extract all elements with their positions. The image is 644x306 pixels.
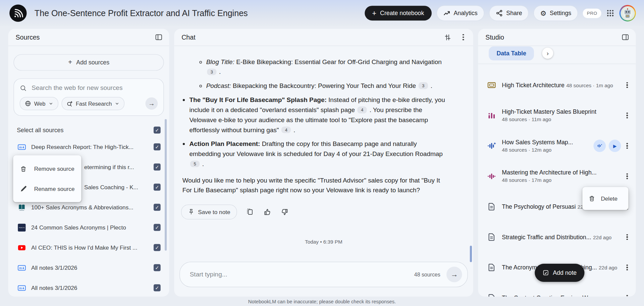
save-to-note-button[interactable]: Save to note <box>181 205 237 219</box>
source-context-menu: Remove source Rename source <box>13 155 81 202</box>
studio-item[interactable]: High-Ticket Mastery Sales Blueprint 48 s… <box>478 100 636 131</box>
chevron-down-icon <box>48 101 53 106</box>
chat-message-area: Blog Title: E-Bike Bikepacking: Essentia… <box>174 46 473 297</box>
gear-icon: ⚙ <box>540 10 547 17</box>
assistant-bullets: The "Buy It For Life Basecamp" Splash Pa… <box>182 95 445 169</box>
source-row[interactable]: PLECTO 24 Common Sales Acronyms | Plecto… <box>13 217 164 238</box>
assistant-closing-question: Would you like me to help you write the … <box>182 175 445 196</box>
share-button[interactable]: Share <box>489 5 529 21</box>
notebooklm-logo-icon[interactable] <box>9 4 27 22</box>
delete-menu-item[interactable]: Delete <box>582 190 628 207</box>
settings-button[interactable]: ⚙ Settings <box>534 5 578 21</box>
sources-scrollbar-thumb[interactable] <box>165 119 167 251</box>
list-item: Blog Title: E-Bike Bikepacking: Essentia… <box>206 57 445 77</box>
chat-input[interactable]: Start typing... 48 sources → <box>179 262 468 287</box>
chat-scrollbar-thumb[interactable] <box>470 246 472 262</box>
svg-text:m: m <box>19 286 22 290</box>
item-more-menu-icon[interactable] <box>624 111 631 119</box>
youtube-icon <box>18 244 26 252</box>
chevron-right-icon: › <box>547 50 549 57</box>
create-notebook-button[interactable]: + Create notebook <box>365 6 431 20</box>
research-mode-dropdown[interactable]: Fast Research <box>61 97 124 110</box>
copy-icon[interactable] <box>246 208 254 216</box>
trending-up-icon <box>443 9 450 17</box>
apps-grid-icon[interactable] <box>606 9 614 17</box>
chat-input-placeholder: Start typing... <box>190 271 414 278</box>
source-checkbox[interactable]: ✓ <box>154 163 161 170</box>
citation-chip[interactable]: 3 <box>207 68 216 75</box>
source-checkbox[interactable]: ✓ <box>154 143 161 150</box>
collapse-panel-icon[interactable] <box>154 33 162 41</box>
thumbs-down-icon[interactable] <box>280 208 288 216</box>
audio-waveform-icon <box>487 141 496 150</box>
studio-panel: Studio Data Table › High Ticket Architec… <box>478 29 636 297</box>
top-header: The One-Sentence Profit Extractor and AI… <box>0 0 644 26</box>
source-row[interactable]: m All notes 3/1/2026 ✓ <box>13 258 164 278</box>
report-doc-icon <box>487 263 496 272</box>
item-more-menu-icon[interactable] <box>624 263 631 271</box>
studio-item[interactable]: The Content Creation Engine: Wee... <box>478 283 636 297</box>
trash-icon <box>588 195 595 202</box>
studio-context-menu: Delete <box>582 187 628 210</box>
source-checkbox[interactable]: ✓ <box>154 184 161 191</box>
citation-chip[interactable]: 4 <box>281 127 291 134</box>
assistant-sub-bullets: Blog Title: E-Bike Bikepacking: Essentia… <box>182 57 445 91</box>
markdown-source-icon: m <box>18 284 26 292</box>
item-more-menu-icon[interactable] <box>624 172 631 180</box>
notebook-title[interactable]: The One-Sentence Profit Extractor and AI… <box>35 8 248 18</box>
account-avatar[interactable] <box>620 5 636 21</box>
item-more-menu-icon[interactable] <box>624 294 631 297</box>
list-item: Podcast: Bikepacking the Backcountry: Po… <box>206 81 445 91</box>
search-icon <box>20 85 27 92</box>
plecto-favicon-icon: PLECTO <box>18 223 26 232</box>
bar-chart-icon <box>487 111 496 120</box>
source-count-label: 48 sources <box>414 271 440 277</box>
item-more-menu-icon[interactable] <box>624 142 631 150</box>
chat-timestamp: Today • 6:39 PM <box>174 238 473 246</box>
source-checkbox[interactable]: ✓ <box>154 224 161 231</box>
select-all-checkbox[interactable]: ✓ <box>154 126 161 134</box>
expand-panel-icon[interactable] <box>621 33 629 41</box>
arrow-right-icon: → <box>148 100 155 107</box>
add-sources-button[interactable]: + Add sources <box>13 54 164 71</box>
select-all-label: Select all sources <box>17 127 154 134</box>
share-icon <box>495 9 503 17</box>
add-note-button[interactable]: Add note <box>535 264 584 282</box>
remove-source-menu-item[interactable]: Remove source <box>13 159 81 179</box>
thumbs-up-icon[interactable] <box>263 208 271 216</box>
chat-panel-title: Chat <box>181 34 443 41</box>
app-window: The One-Sentence Profit Extractor and AI… <box>0 0 644 306</box>
source-row[interactable]: m Deep Research Report: The High-Tick...… <box>13 137 164 157</box>
rename-source-menu-item[interactable]: Rename source <box>13 179 81 199</box>
note-icon <box>543 269 549 276</box>
search-submit-button[interactable]: → <box>145 97 158 110</box>
citation-chip[interactable]: 5 <box>190 161 200 167</box>
source-checkbox[interactable]: ✓ <box>154 244 161 251</box>
tool-strip-next-button[interactable]: › <box>542 48 553 59</box>
source-checkbox[interactable]: ✓ <box>154 264 161 271</box>
interactive-mode-button[interactable] <box>593 140 606 152</box>
send-button[interactable]: → <box>446 267 462 283</box>
data-table-chip[interactable]: Data Table <box>489 46 534 60</box>
chat-settings-icon[interactable] <box>443 33 451 41</box>
source-row[interactable]: AI CEO: THIS is How I'd Make My First ..… <box>13 238 164 258</box>
search-input[interactable]: Search the web for new sources <box>20 84 158 92</box>
item-more-menu-icon[interactable] <box>624 81 631 89</box>
citation-chip[interactable]: 3 <box>419 82 428 89</box>
chat-more-menu-icon[interactable] <box>460 33 467 41</box>
play-button[interactable]: ▶ <box>609 140 621 152</box>
citation-chip[interactable]: 4 <box>358 107 367 113</box>
studio-item[interactable]: High Ticket Architecture 48 sources · 1m… <box>478 70 636 100</box>
source-checkbox[interactable]: ✓ <box>154 284 161 291</box>
disclaimer-text: NotebookLM can be inaccurate; please dou… <box>0 299 644 304</box>
item-more-menu-icon[interactable] <box>624 233 631 241</box>
sources-panel-title: Sources <box>16 34 155 41</box>
source-checkbox[interactable]: ✓ <box>154 204 161 211</box>
web-filter-dropdown[interactable]: Web <box>20 97 58 110</box>
studio-item[interactable]: Strategic Traffic and Distribution... 22… <box>478 222 636 252</box>
pin-icon <box>188 208 195 215</box>
studio-item[interactable]: How Sales Systems Map... 48 sources · 12… <box>478 131 636 161</box>
source-row[interactable]: m All notes 3/1/2026 ✓ <box>13 278 164 297</box>
analytics-button[interactable]: Analytics <box>436 5 484 21</box>
studio-panel-title: Studio <box>485 34 621 41</box>
